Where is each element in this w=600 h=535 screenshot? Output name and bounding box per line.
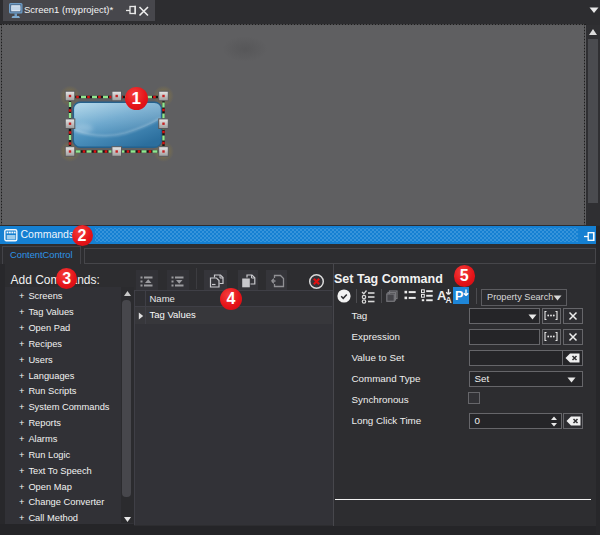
svg-text:A: A [446,295,452,304]
